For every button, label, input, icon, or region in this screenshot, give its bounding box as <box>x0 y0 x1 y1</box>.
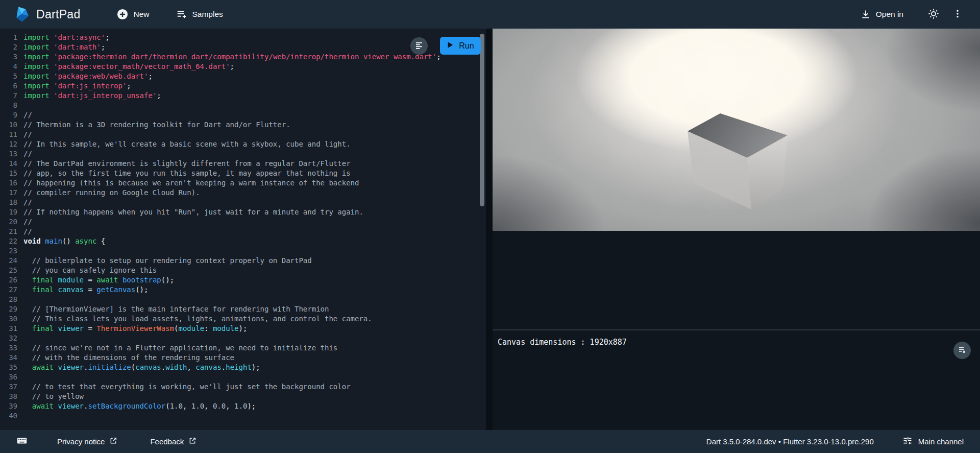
code-line[interactable]: 33 // since we're not in a Flutter appli… <box>0 343 486 353</box>
line-number: 7 <box>0 91 17 101</box>
code-line[interactable]: 36 <box>0 372 486 382</box>
line-number: 38 <box>0 392 17 401</box>
line-number: 27 <box>0 285 17 295</box>
code-line[interactable]: 4import 'package:vector_math/vector_math… <box>0 62 486 71</box>
keyboard-icon <box>16 435 28 448</box>
line-number: 1 <box>0 33 17 42</box>
download-icon <box>861 9 871 19</box>
line-number: 4 <box>0 62 17 71</box>
code-line[interactable]: 6import 'dart:js_interop'; <box>0 81 486 91</box>
format-button[interactable] <box>410 37 428 55</box>
code-line[interactable]: 20// <box>0 217 486 227</box>
code-line[interactable]: 34 // with the dimensions of the renderi… <box>0 353 486 363</box>
line-number: 9 <box>0 110 17 120</box>
line-number: 6 <box>0 81 17 91</box>
code-line[interactable]: 40 <box>0 411 486 421</box>
code-line[interactable]: 32 <box>0 333 486 343</box>
privacy-notice-label: Privacy notice <box>57 437 105 446</box>
theme-toggle-button[interactable] <box>924 4 943 25</box>
code-line[interactable]: 16// happening (this is because we aren'… <box>0 178 486 188</box>
code-line[interactable]: 23 <box>0 246 486 256</box>
code-line[interactable]: 27 final canvas = getCanvas(); <box>0 285 486 295</box>
play-icon <box>447 41 454 51</box>
channel-selector-button[interactable]: Main channel <box>900 433 966 450</box>
tune-icon <box>902 436 913 447</box>
code-line[interactable]: 38 // to yellow <box>0 392 486 401</box>
code-line[interactable]: 13// <box>0 149 486 159</box>
code-line[interactable]: 21// <box>0 227 486 236</box>
open-in-button[interactable]: Open in <box>855 5 909 23</box>
overflow-menu-button[interactable] <box>948 5 967 25</box>
line-number: 14 <box>0 159 17 169</box>
light-mode-icon <box>928 8 939 21</box>
clear-console-icon <box>958 345 967 356</box>
code-line[interactable]: 17// compiler running on Google Cloud Ru… <box>0 188 486 198</box>
clear-console-button[interactable] <box>953 342 971 359</box>
line-number: 26 <box>0 275 17 285</box>
playlist-add-icon <box>176 9 187 20</box>
line-number: 29 <box>0 304 17 314</box>
code-line[interactable]: 7import 'dart:js_interop_unsafe'; <box>0 91 486 101</box>
editor-scrollbar[interactable] <box>480 34 484 206</box>
channel-label: Main channel <box>918 437 964 446</box>
code-line[interactable]: 37 // to test that everything is working… <box>0 382 486 392</box>
line-number: 24 <box>0 256 17 266</box>
code-line[interactable]: 30 // This class lets you load assets, l… <box>0 314 486 324</box>
code-line[interactable]: 3import 'package:thermion_dart/thermion_… <box>0 52 486 62</box>
line-number: 32 <box>0 333 17 343</box>
line-number: 15 <box>0 169 17 178</box>
console-output: Canvas dimensions : 980x453 <box>498 338 627 347</box>
code-area[interactable]: 1import 'dart:async';2import 'dart:math'… <box>0 29 486 430</box>
code-line[interactable]: 14// The DartPad environment is slightly… <box>0 159 486 169</box>
console-panel: Canvas dimensions : 980x453 <box>493 329 980 430</box>
run-button[interactable]: Run <box>440 37 481 55</box>
code-line[interactable]: 26 final module = await bootstrap(); <box>0 275 486 285</box>
code-line[interactable]: 12// In this sample, we'll create a basi… <box>0 139 486 149</box>
external-link-icon <box>188 437 197 446</box>
code-line[interactable]: 24 // boilerplate to setup our rendering… <box>0 256 486 266</box>
line-number: 21 <box>0 227 17 236</box>
line-number: 37 <box>0 382 17 392</box>
line-number: 8 <box>0 101 17 110</box>
code-line[interactable]: 11// <box>0 130 486 139</box>
line-number: 40 <box>0 411 17 421</box>
app-title: DartPad <box>36 8 80 21</box>
dartpad-app: DartPad New Samples Open in <box>0 0 980 453</box>
code-line[interactable]: 10// Thermion is a 3D rendering toolkit … <box>0 120 486 130</box>
line-number: 33 <box>0 343 17 353</box>
privacy-notice-link[interactable]: Privacy notice <box>55 434 119 449</box>
code-line[interactable]: 22void main() async { <box>0 236 486 246</box>
code-line[interactable]: 28 <box>0 295 486 304</box>
code-editor-pane[interactable]: 1import 'dart:async';2import 'dart:math'… <box>0 29 486 430</box>
code-line[interactable]: 25 // you can safely ignore this <box>0 266 486 275</box>
line-number: 2 <box>0 42 17 52</box>
open-in-label: Open in <box>876 10 903 19</box>
code-line[interactable]: 39 await viewer.setBackgroundColor(1.0, … <box>0 401 486 411</box>
line-number: 36 <box>0 372 17 382</box>
code-line[interactable]: 9// <box>0 110 486 120</box>
code-line[interactable]: 8 <box>0 101 486 110</box>
header-right: Open in <box>855 4 967 25</box>
code-line[interactable]: 15// app, so the first time you run this… <box>0 169 486 178</box>
code-line[interactable]: 31 final viewer = ThermionViewerWasm(mod… <box>0 324 486 333</box>
code-line[interactable]: 5import 'package:web/web.dart'; <box>0 71 486 81</box>
line-number: 25 <box>0 266 17 275</box>
line-number: 23 <box>0 246 17 256</box>
code-line[interactable]: 19// If nothing happens when you hit "Ru… <box>0 207 486 217</box>
dartpad-logo-icon <box>13 6 30 23</box>
line-number: 18 <box>0 198 17 207</box>
feedback-label: Feedback <box>150 437 184 446</box>
feedback-link[interactable]: Feedback <box>148 434 199 449</box>
rendered-cube <box>688 113 790 209</box>
code-line[interactable]: 29 // [ThermionViewer] is the main inter… <box>0 304 486 314</box>
footer: Privacy notice Feedback Dart 3.5.0-284.0… <box>0 430 980 453</box>
code-line[interactable]: 35 await viewer.initialize(canvas.width,… <box>0 363 486 372</box>
samples-button[interactable]: Samples <box>171 5 228 24</box>
code-line[interactable]: 18// <box>0 198 486 207</box>
new-button[interactable]: New <box>112 5 154 24</box>
render-viewport[interactable] <box>493 29 980 231</box>
add-circle-icon <box>117 9 128 20</box>
line-number: 11 <box>0 130 17 139</box>
line-number: 20 <box>0 217 17 227</box>
keyboard-shortcuts-button[interactable] <box>14 432 30 451</box>
